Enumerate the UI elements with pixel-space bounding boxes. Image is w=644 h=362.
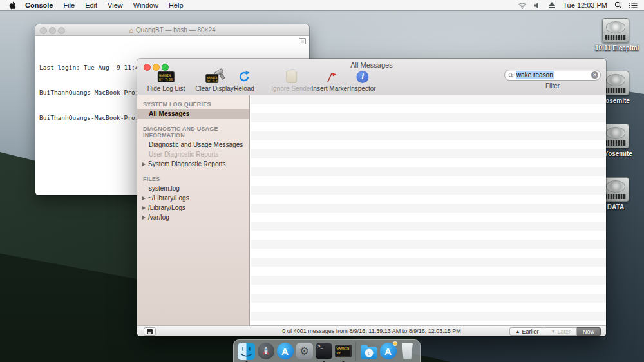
zoom-button[interactable] <box>58 27 65 34</box>
disclosure-triangle-icon[interactable] <box>142 196 146 200</box>
filter-label: Filter <box>504 82 601 90</box>
terminal-title-bar[interactable]: ⌂ QuangBT — bash — 80×24 <box>35 24 309 36</box>
hard-drive-icon <box>602 177 629 202</box>
sidebar-item-var-log[interactable]: /var/log <box>137 213 249 222</box>
log-list-sidebar: SYSTEM LOG QUERIES All Messages DIAGNOST… <box>137 95 250 325</box>
sidebar-item-all-messages[interactable]: All Messages <box>137 109 249 119</box>
sidebar-section-header: SYSTEM LOG QUERIES <box>137 99 249 109</box>
message-list[interactable] <box>251 95 606 325</box>
volume-label: 10.11 Elcapital <box>595 44 636 52</box>
apple-menu[interactable] <box>8 1 16 10</box>
sidebar-item-library-logs[interactable]: /Library/Logs <box>137 203 249 213</box>
insert-marker-icon <box>324 70 337 84</box>
dock-item-console[interactable]: WARNINRY 7:36 <box>334 343 352 360</box>
hard-drive-icon <box>602 124 629 148</box>
later-button: ▼Later <box>545 327 577 336</box>
inspector-icon: i <box>356 71 368 83</box>
dock-item-launchpad[interactable] <box>257 343 274 360</box>
active-app-menu[interactable]: Console <box>25 1 53 9</box>
filter-text-selected: wake reason <box>516 71 554 79</box>
ignore-sender-icon <box>286 71 297 83</box>
dock-item-system-preferences[interactable]: ⚙ <box>296 343 313 360</box>
terminal-window-title: ⌂ QuangBT — bash — 80×24 <box>129 26 215 33</box>
sidebar-item-diagnostic-messages[interactable]: Diagnostic and Usage Messages <box>137 140 249 149</box>
sidebar-section-header: DIAGNOSTIC AND USAGE INFORMATION <box>137 123 249 140</box>
now-button[interactable]: Now <box>577 327 601 336</box>
desktop-volume[interactable]: 10.11 Elcapital <box>595 18 636 52</box>
sidebar-item-system-diagnostic-reports[interactable]: System Diagnostic Reports <box>137 159 249 169</box>
system-preferences-icon: ⚙ <box>296 343 313 359</box>
clear-display-button[interactable]: WARNINRY 7:36 Clear Display <box>195 70 233 92</box>
sidebar-item-user-diagnostic-reports: User Diagnostic Reports <box>137 149 249 159</box>
reload-button[interactable]: Reload <box>234 70 254 92</box>
terminal-icon: >_ <box>316 343 332 359</box>
down-arrow-icon: ▼ <box>551 328 556 336</box>
desktop: Console File Edit View Window Help <box>0 0 644 362</box>
menu-window[interactable]: Window <box>133 1 158 9</box>
disclosure-triangle-icon[interactable] <box>142 216 146 220</box>
window-title: All Messages <box>137 61 606 69</box>
console-toolbar: All Messages WARNINRY 7:36 Hide Log List… <box>137 59 606 95</box>
console-window[interactable]: All Messages WARNINRY 7:36 Hide Log List… <box>137 59 606 336</box>
hard-drive-icon <box>602 18 629 43</box>
home-icon: ⌂ <box>129 27 133 33</box>
menu-file[interactable]: File <box>63 1 75 9</box>
disclosure-triangle-icon[interactable] <box>142 206 146 210</box>
dock-item-trash[interactable] <box>399 343 416 360</box>
menu-edit[interactable]: Edit <box>85 1 97 9</box>
search-icon <box>508 72 516 79</box>
sidebar-section-header: FILES <box>137 173 249 184</box>
terminal-marker-icon <box>299 38 306 44</box>
dock-item-app-store[interactable]: A <box>276 343 294 360</box>
ignore-sender-button: Ignore Sender <box>271 70 312 92</box>
menu-help[interactable]: Help <box>169 1 184 9</box>
dock-item-terminal[interactable]: >_ <box>315 343 332 360</box>
trash-icon <box>401 343 414 359</box>
finder-icon <box>238 343 255 360</box>
close-button[interactable] <box>40 27 47 34</box>
scroll-segmented-control: ▲Earlier ▼Later Now <box>509 327 601 336</box>
clear-display-icon: WARNINRY 7:36 <box>205 70 223 83</box>
minimize-button[interactable] <box>49 27 56 34</box>
eject-icon[interactable] <box>548 2 556 9</box>
disclosure-triangle-icon[interactable] <box>142 162 146 166</box>
menu-view[interactable]: View <box>108 1 123 9</box>
sidebar-item-system-log[interactable]: system.log <box>137 184 249 193</box>
wifi-icon[interactable] <box>518 2 527 9</box>
apple-icon <box>8 1 16 10</box>
earlier-button[interactable]: ▲Earlier <box>509 327 545 336</box>
log-list-icon: WARNINRY 7:36 <box>158 71 175 82</box>
dock: A ⚙ >_ WARNINRY 7:36 ↓ A <box>233 339 421 362</box>
downloads-folder-icon: ↓ <box>361 347 377 359</box>
hard-drive-icon <box>602 71 629 95</box>
dock-separator <box>355 342 356 361</box>
filter-group: wake reason ✕ Filter <box>504 70 601 90</box>
reload-icon <box>238 70 251 84</box>
volume-icon[interactable] <box>534 2 541 9</box>
menu-bar: Console File Edit View Window Help <box>0 0 644 10</box>
filter-clear-button[interactable]: ✕ <box>591 71 598 79</box>
filter-search-field[interactable]: wake reason ✕ <box>504 70 601 81</box>
spotlight-icon[interactable] <box>614 1 622 9</box>
dock-item-downloads[interactable]: ↓ <box>360 343 377 360</box>
notification-center-icon[interactable] <box>629 2 638 9</box>
inspector-button[interactable]: i Inspector <box>349 70 375 92</box>
app-store-icon: A <box>277 343 294 359</box>
menu-bar-clock[interactable]: Tue 12:03 PM <box>563 1 607 9</box>
dock-item-finder[interactable] <box>238 343 255 360</box>
launchpad-icon <box>258 343 274 359</box>
sidebar-item-user-library-logs[interactable]: ~/Library/Logs <box>137 193 249 203</box>
insert-marker-button[interactable]: Insert Marker <box>312 70 350 92</box>
notification-badge <box>393 341 397 346</box>
up-arrow-icon: ▲ <box>516 328 520 336</box>
dock-item-app-store-alias[interactable]: A <box>379 343 397 360</box>
hide-log-list-button[interactable]: WARNINRY 7:36 Hide Log List <box>147 70 185 92</box>
console-icon: WARNINRY 7:36 <box>335 345 352 357</box>
status-bar: 0 of 4001 messages from 8/9/16, 11:39:13… <box>137 325 606 336</box>
